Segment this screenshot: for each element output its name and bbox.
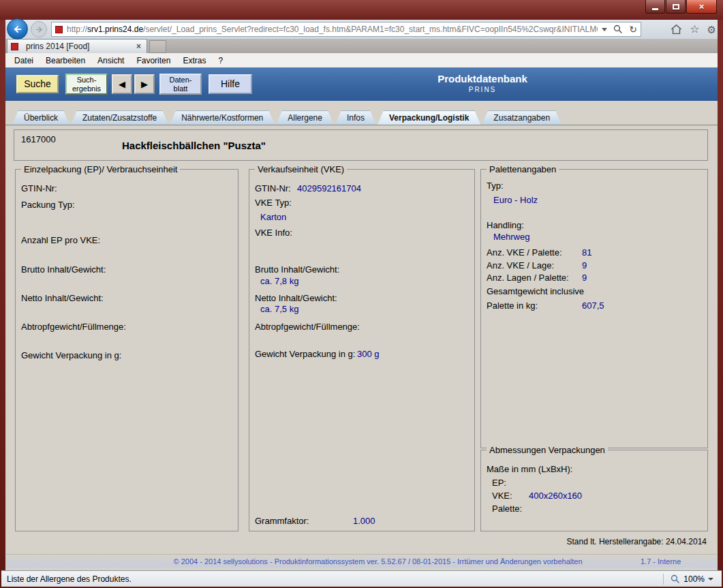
- version-text: 1.7 - Interne: [641, 557, 717, 566]
- menu-ansicht[interactable]: Ansicht: [91, 55, 130, 67]
- tab-allergene[interactable]: Allergene: [276, 110, 334, 125]
- vke-info-label: VKE Info:: [255, 228, 292, 238]
- vke-gewicht-label: Gewicht Verpackung in g:: [255, 349, 355, 359]
- ep-packung-typ-label: Packung Typ:: [21, 200, 75, 210]
- menu-bar: Datei Bearbeiten Ansicht Favoriten Extra…: [5, 53, 718, 67]
- panel-verkaufseinheit: Verkaufseinheit (VKE) GTIN-Nr: 402959216…: [249, 169, 475, 531]
- status-bar: Liste der Allergene des Produktes. 100%: [1, 570, 722, 587]
- url-text: http://srv1.prins24.de/servlet/_Load_pri…: [67, 25, 598, 34]
- panel-einzelpackung-legend: Einzelpackung (EP)/ Verbrauchseinheit: [21, 164, 180, 174]
- forward-arrow-icon: [34, 25, 44, 35]
- vke-gtin-label: GTIN-Nr:: [255, 183, 291, 194]
- home-icon[interactable]: [671, 24, 682, 35]
- pal-vke-lage-value: 9: [582, 260, 587, 270]
- pal-gesamt-label-line2: Palette in kg:: [487, 300, 538, 311]
- tab-title: prins 2014 [Food]: [26, 42, 134, 51]
- zoom-dropdown-icon[interactable]: [708, 578, 713, 581]
- browser-window: × http://srv1.prins24.de/servlet/_Load_p…: [0, 0, 723, 588]
- pal-vke-lage-label: Anz. VKE / Lage:: [487, 260, 554, 270]
- menu-bearbeiten[interactable]: Bearbeiten: [40, 55, 91, 67]
- pal-gesamt-value: 607,5: [582, 300, 604, 311]
- search-icon[interactable]: [613, 25, 623, 34]
- vke-gewicht-value: 300 g: [357, 349, 380, 359]
- pal-typ-label: Typ:: [487, 181, 504, 191]
- prev-arrow-icon: ◀: [119, 80, 125, 89]
- tab-zutaten-zusatzstoffe[interactable]: Zutaten/Zusatzstoffe: [71, 110, 168, 125]
- minimize-button[interactable]: [645, 0, 665, 14]
- panel-verkaufseinheit-legend: Verkaufseinheit (VKE): [255, 164, 347, 174]
- menu-extras[interactable]: Extras: [176, 55, 212, 67]
- product-header-box: 1617000 Hackfleischbällchen "Puszta": [14, 129, 708, 161]
- browser-toolbar-icons: ☆ ⚙: [671, 22, 716, 37]
- back-button[interactable]: [7, 18, 28, 40]
- tab-favicon: [11, 43, 18, 50]
- pal-handling-label: Handling:: [487, 220, 524, 230]
- pal-lagen-palette-value: 9: [582, 273, 587, 283]
- tab-close-icon[interactable]: ×: [134, 42, 143, 51]
- window-controls: ×: [645, 0, 717, 14]
- web-page: Suche Such- ergebnis ◀ ▶ Daten- blatt Hi…: [5, 67, 718, 570]
- zoom-control[interactable]: 100%: [656, 574, 722, 585]
- pal-gesamt-label-line1: Gesamtgewicht inclusive: [487, 286, 584, 296]
- tab-verpackung-logistik[interactable]: Verpackung/Logistik: [378, 110, 480, 125]
- abm-vke-value: 400x260x160: [529, 491, 582, 501]
- ep-gewicht-label: Gewicht Verpackung in g:: [21, 350, 121, 360]
- suchergebnis-button[interactable]: Such- ergebnis: [65, 74, 108, 95]
- tab-zusatzangaben[interactable]: Zusatzangaben: [482, 110, 562, 125]
- settings-gear-icon[interactable]: ⚙: [707, 25, 716, 35]
- ep-netto-label: Netto Inhalt/Gewicht:: [21, 293, 104, 303]
- panel-palettenangaben-legend: Palettenangaben: [487, 164, 559, 174]
- browser-tab-row: prins 2014 [Food] ×: [5, 39, 718, 53]
- app-toolbar: Suche Such- ergebnis ◀ ▶ Daten- blatt Hi…: [5, 67, 718, 101]
- pal-handling-value: Mehrweg: [493, 232, 529, 242]
- menu-favoriten[interactable]: Favoriten: [130, 55, 176, 67]
- maximize-button[interactable]: [666, 0, 686, 14]
- vke-brutto-label: Brutto Inhalt/Gewicht:: [255, 264, 339, 275]
- minimize-icon: [652, 8, 658, 10]
- hilfe-button[interactable]: Hilfe: [209, 74, 252, 94]
- menu-hilfe[interactable]: ?: [212, 55, 229, 67]
- vke-typ-label: VKE Typ:: [255, 198, 292, 208]
- autocomplete-dropdown-icon[interactable]: [602, 28, 607, 31]
- product-name: Hackfleischbällchen "Puszta": [122, 140, 266, 151]
- pal-vke-palette-value: 81: [582, 247, 591, 258]
- abm-masse-label: Maße in mm (LxBxH):: [487, 464, 572, 474]
- new-tab-button[interactable]: [149, 40, 166, 53]
- ep-abtropf-label: Abtropfgewicht/Füllmenge:: [21, 322, 126, 332]
- vke-grammfaktor-label: Grammfaktor:: [255, 516, 309, 526]
- refresh-icon[interactable]: ↻: [629, 25, 637, 34]
- panel-einzelpackung: Einzelpackung (EP)/ Verbrauchseinheit GT…: [15, 169, 239, 531]
- zoom-level: 100%: [683, 574, 705, 584]
- suche-button[interactable]: Suche: [16, 75, 59, 93]
- panel-abmessungen-legend: Abmessungen Verpackungen: [487, 445, 608, 455]
- app-subtitle: PRINS: [384, 86, 581, 93]
- vke-netto-value: ca. 7,5 kg: [260, 304, 298, 314]
- close-icon: ×: [699, 2, 705, 11]
- address-bar-input[interactable]: http://srv1.prins24.de/servlet/_Load_pri…: [51, 22, 641, 37]
- abm-palette-label: Palette:: [492, 504, 522, 514]
- vke-brutto-value: ca. 7,8 kg: [260, 276, 298, 286]
- product-number: 1617000: [21, 134, 56, 144]
- address-row: http://srv1.prins24.de/servlet/_Load_pri…: [5, 20, 718, 39]
- maximize-icon: [673, 4, 679, 10]
- address-bar-icons: ↻: [602, 25, 637, 34]
- menu-datei[interactable]: Datei: [8, 55, 40, 67]
- close-button[interactable]: ×: [686, 0, 717, 14]
- browser-tab-prins[interactable]: prins 2014 [Food] ×: [7, 39, 147, 53]
- app-title-block: Produktdatenbank PRINS: [384, 73, 581, 93]
- datenblatt-button[interactable]: Daten- blatt: [159, 74, 202, 95]
- copyright-text: © 2004 - 2014 sellysolutions - Produktin…: [6, 557, 641, 566]
- ep-anzahl-label: Anzahl EP pro VKE:: [21, 235, 100, 245]
- back-arrow-icon: [12, 23, 24, 35]
- forward-button[interactable]: [31, 21, 47, 37]
- previous-record-button[interactable]: ◀: [112, 74, 132, 94]
- tab-ueberblick[interactable]: Überblick: [12, 110, 70, 125]
- panel-palettenangaben: Palettenangaben Typ: Euro - Holz Handlin…: [480, 169, 708, 448]
- titlebar[interactable]: ×: [0, 0, 723, 20]
- vke-grammfaktor-value: 1.000: [353, 516, 375, 526]
- next-record-button[interactable]: ▶: [134, 74, 155, 94]
- favorites-star-icon[interactable]: ☆: [690, 24, 699, 35]
- tab-infos[interactable]: Infos: [335, 110, 376, 125]
- page-tabstrip: Überblick Zutaten/Zusatzstoffe Nährwerte…: [5, 109, 718, 125]
- tab-naehrwerte-kostformen[interactable]: Nährwerte/Kostformen: [170, 110, 275, 125]
